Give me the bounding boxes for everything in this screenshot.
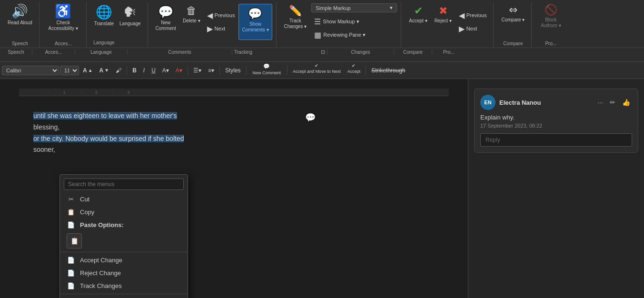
font-color-button[interactable]: A▾ xyxy=(173,66,185,75)
track-changes-button[interactable]: ✏️ TrackChanges ▾ xyxy=(281,4,310,40)
comment-header: EN Electra Nanou ··· ✏ 👍 xyxy=(480,95,632,110)
fmt-sep-6 xyxy=(366,66,366,75)
markup-dropdown-label: Simple Markup xyxy=(316,5,350,11)
delete-button[interactable]: 🗑 Delete ▾ xyxy=(180,4,203,40)
language-icon: 🗣 xyxy=(123,6,137,19)
reject-button[interactable]: ✖ Reject ▾ xyxy=(431,4,455,40)
accept-move-label: Accept and Move to Next xyxy=(293,69,341,74)
tracking-label-bar: Tracking ⊡ xyxy=(232,49,327,55)
comment-more-button[interactable]: ··· xyxy=(595,98,605,107)
accept-fmt-button[interactable]: ✔ Accept xyxy=(345,62,364,79)
styles-label: Styles xyxy=(225,67,241,74)
inline-comment-icon[interactable]: 💬 xyxy=(305,112,316,123)
show-markup-button[interactable]: ☰ Show Markup ▾ xyxy=(311,16,397,27)
track-changes-icon: ✏️ xyxy=(289,6,302,16)
previous-comment-button[interactable]: ◀ Previous xyxy=(204,10,238,21)
next-arrow-icon: ▶ xyxy=(207,24,213,33)
fmt-sep-5 xyxy=(287,66,287,75)
reviewing-pane-label: Reviewing Pane ▾ xyxy=(323,32,366,38)
font-select[interactable]: Calibri xyxy=(2,66,59,75)
block-authors-button[interactable]: 🚫 BlockAuthors ▾ xyxy=(536,3,565,39)
new-comment-button[interactable]: 💬 NewComment xyxy=(153,4,179,40)
compare-icon: ⇔ xyxy=(509,5,517,15)
font-size-increase-button[interactable]: A▲ xyxy=(80,66,96,75)
menu-item-accept-change[interactable]: 📄 Accept Change xyxy=(60,254,188,267)
copy-label: Copy xyxy=(80,209,94,216)
next-comment-button[interactable]: ▶ Next xyxy=(204,23,238,34)
bullet-list-button[interactable]: ☰▾ xyxy=(190,66,204,75)
underline-button[interactable]: U xyxy=(149,66,159,75)
document-content: · 1 · 2 · 3 until she was eighteen to le… xyxy=(0,79,468,298)
translate-button[interactable]: 🌐 Translate xyxy=(91,4,117,40)
highlighted-text-2: or the city. Nobody would be surprised i… xyxy=(33,135,184,142)
comment-edit-button[interactable]: ✏ xyxy=(608,98,617,107)
highlighted-text: until she was eighteen to leave with her… xyxy=(33,112,177,119)
changes-group: ✔ Accept ▾ ✖ Reject ▾ ◀ Previous ▶ Next xyxy=(402,2,494,48)
next-change-button[interactable]: ▶ Next xyxy=(456,23,490,34)
block-authors-label: BlockAuthors ▾ xyxy=(541,17,561,29)
strikethrough-label: Strikethrough xyxy=(371,67,405,74)
menu-item-reject-change[interactable]: 📄 Reject Change xyxy=(60,267,188,279)
accept-label: Accept ▾ xyxy=(409,18,427,24)
comment-resolve-button[interactable]: 👍 xyxy=(620,98,632,107)
compare-label: Compare ▾ xyxy=(501,17,525,23)
language-label-bar: Language xyxy=(75,50,128,55)
changes-label-bar: Changes xyxy=(327,50,394,55)
previous-comment-label: Previous xyxy=(215,12,235,18)
ruler: · 1 · 2 · 3 xyxy=(19,89,449,96)
comment-text: Explain why. xyxy=(480,114,632,121)
menu-item-track-changes[interactable]: 📄 Track Changes xyxy=(60,279,188,292)
read-aloud-icon: 🔊 xyxy=(11,5,28,18)
reviewing-pane-button[interactable]: ▦ Reviewing Pane ▾ xyxy=(311,29,397,40)
reply-box[interactable]: Reply xyxy=(480,133,632,147)
italic-button[interactable]: I xyxy=(140,66,148,75)
font-size-select[interactable]: 11 xyxy=(60,66,79,75)
accept-change-label: Accept Change xyxy=(80,257,122,264)
styles-button[interactable]: Styles xyxy=(222,66,244,75)
markup-dropdown-arrow: ▾ xyxy=(390,5,393,11)
highlight-button[interactable]: A▾ xyxy=(159,66,172,75)
accept-fmt-icon: ✔ xyxy=(352,63,356,68)
track-changes-label: TrackChanges ▾ xyxy=(284,18,307,30)
previous-change-button[interactable]: ◀ Previous xyxy=(456,10,490,21)
compare-group: ⇔ Compare ▾ Compare xyxy=(495,2,532,48)
numbered-list-button[interactable]: ≡▾ xyxy=(205,66,217,75)
formatting-new-comment-button[interactable]: 💬 New Comment xyxy=(249,62,285,79)
tracking-expand-icon[interactable]: ⊡ xyxy=(321,49,325,55)
compare-button[interactable]: ⇔ Compare ▾ xyxy=(498,3,527,39)
paste-icons-row: 📋 xyxy=(67,233,181,248)
paste-icon-button[interactable]: 📋 xyxy=(67,233,82,248)
check-accessibility-button[interactable]: ♿ CheckAccessibility ▾ xyxy=(44,3,82,39)
language-button[interactable]: 🗣 Language xyxy=(117,4,144,40)
translate-label: Translate xyxy=(94,21,114,27)
ribbon: 🔊 Read Aloud Speech ♿ CheckAccessibility… xyxy=(0,0,644,62)
bold-button[interactable]: B xyxy=(129,66,139,75)
ribbon-top: 🔊 Read Aloud Speech ♿ CheckAccessibility… xyxy=(0,0,644,48)
clear-formatting-button[interactable]: 🖌 xyxy=(113,66,124,75)
accept-move-next-button[interactable]: ✔ Accept and Move to Next xyxy=(290,62,344,79)
accept-fmt-label: Accept xyxy=(347,69,361,74)
new-comment-fmt-label: New Comment xyxy=(253,70,281,75)
speech-label-bar: Speech xyxy=(0,50,32,55)
new-comment-label: NewComment xyxy=(156,20,176,31)
new-comment-icon: 💬 xyxy=(158,6,173,18)
menu-search-input[interactable] xyxy=(64,179,184,190)
language-label: Language xyxy=(119,21,141,27)
strikethrough-button[interactable]: Strikethrough xyxy=(368,66,408,75)
prev-change-icon: ◀ xyxy=(459,11,465,20)
read-aloud-button[interactable]: 🔊 Read Aloud xyxy=(5,3,35,39)
markup-dropdown[interactable]: Simple Markup ▾ xyxy=(311,3,397,12)
paste-options-icon: 📄 xyxy=(67,221,75,228)
language-group: 🌐 Translate Language 🗣 Language xyxy=(88,2,148,48)
font-size-decrease-button[interactable]: A▼ xyxy=(97,66,112,75)
menu-item-copy[interactable]: 📋 Copy xyxy=(60,206,188,219)
menu-item-cut[interactable]: ✂ Cut xyxy=(60,193,188,206)
accessibility-label: CheckAccessibility ▾ xyxy=(49,20,78,31)
menu-item-link[interactable]: 🔗 Link | ▶ xyxy=(60,296,188,298)
accessibility-group-label: Acces... xyxy=(55,41,72,48)
show-comments-label: ShowComments ▾ xyxy=(242,21,268,33)
protect-group-label: Pro... xyxy=(545,41,556,48)
show-comments-icon: 💬 xyxy=(248,8,262,20)
accept-button[interactable]: ✔ Accept ▾ xyxy=(406,4,430,40)
show-comments-button[interactable]: 💬 ShowComments ▾ xyxy=(238,4,272,40)
